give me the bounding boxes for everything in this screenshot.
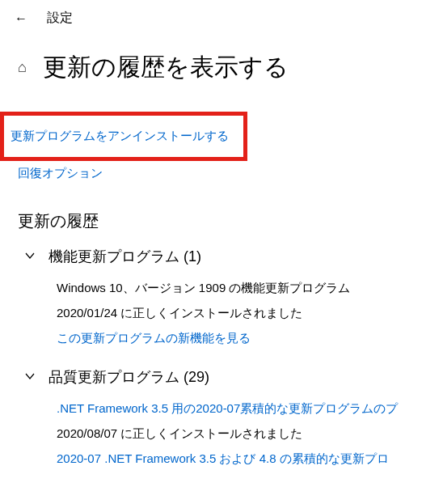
highlighted-uninstall-box: 更新プログラムをアンインストールする — [0, 112, 247, 161]
category-quality-updates: 品質更新プログラム (29) .NET Framework 3.5 用の2020… — [18, 367, 425, 467]
header: ← 設定 — [0, 0, 443, 36]
content: ⌂ 更新の履歴を表示する 更新プログラムをアンインストールする 回復オプション … — [0, 36, 443, 467]
recovery-options-link[interactable]: 回復オプション — [18, 166, 103, 180]
category-header[interactable]: 品質更新プログラム (29) — [24, 367, 425, 387]
update-title: Windows 10、バージョン 1909 の機能更新プログラム — [57, 281, 425, 296]
update-whats-new-link[interactable]: この更新プログラムの新機能を見る — [57, 331, 425, 346]
category-header[interactable]: 機能更新プログラム (1) — [24, 247, 425, 266]
window-title: 設定 — [47, 10, 73, 27]
update-status: 2020/01/24 に正しくインストールされました — [57, 306, 425, 321]
update-item: Windows 10、バージョン 1909 の機能更新プログラム 2020/01… — [57, 281, 425, 346]
category-title: 機能更新プログラム (1) — [49, 247, 201, 266]
page-title: 更新の履歴を表示する — [43, 51, 289, 84]
update-item: .NET Framework 3.5 用の2020-07累積的な更新プログラムの… — [57, 401, 425, 467]
uninstall-updates-link[interactable]: 更新プログラムをアンインストールする — [11, 129, 229, 142]
home-icon[interactable]: ⌂ — [18, 59, 27, 76]
update-status: 2020/08/07 に正しくインストールされました — [57, 426, 425, 442]
update-kb-link[interactable]: 2020-07 .NET Framework 3.5 および 4.8 の累積的な… — [57, 451, 425, 467]
back-arrow-icon[interactable]: ← — [15, 11, 27, 26]
recovery-options-row: 回復オプション — [18, 166, 425, 181]
category-title: 品質更新プログラム (29) — [49, 367, 209, 387]
category-feature-updates: 機能更新プログラム (1) Windows 10、バージョン 1909 の機能更… — [18, 247, 425, 346]
section-title: 更新の履歴 — [18, 210, 425, 232]
update-kb-link[interactable]: .NET Framework 3.5 用の2020-07累積的な更新プログラムの… — [57, 401, 425, 417]
title-row: ⌂ 更新の履歴を表示する — [18, 51, 425, 84]
chevron-down-icon — [24, 371, 37, 384]
chevron-down-icon — [24, 250, 37, 264]
